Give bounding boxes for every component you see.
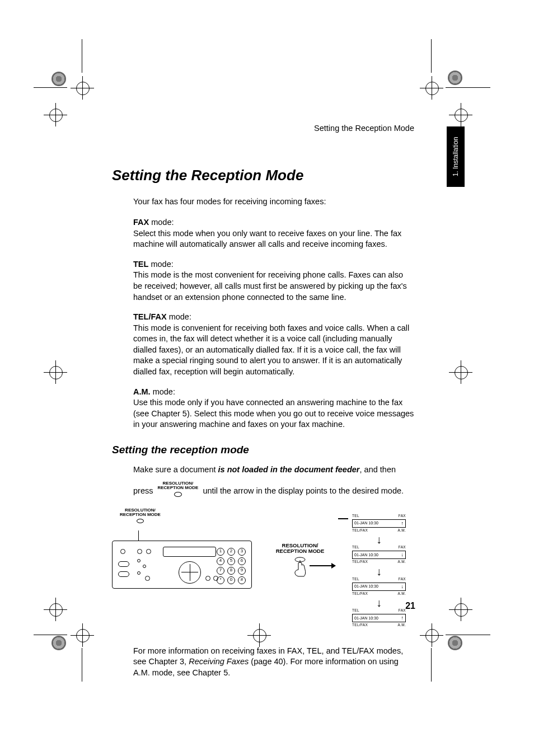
step-text-emphasis: is not loaded in the document feeder <box>218 465 360 474</box>
mode-body: This mode is the most convenient for rec… <box>133 270 407 301</box>
keypad-key: 1 <box>217 548 224 556</box>
press-word: press <box>133 486 153 497</box>
resolution-reception-button-label: RESOLUTION/ RECEPTION MODE <box>157 481 198 497</box>
state-top-labels: TELFAX <box>352 577 406 582</box>
fax-control-panel: 123456789*0# <box>112 541 252 589</box>
oval-button-icon <box>174 492 182 497</box>
panel-callout-line2: RECEPTION MODE <box>120 512 161 517</box>
crop-mark <box>47 364 64 381</box>
page-number: 21 <box>405 600 415 612</box>
display-state: TELFAX01-JAN 10:30↓TEL/FAXA.M. <box>352 545 406 565</box>
crop-rule <box>431 648 432 682</box>
crop-mark-solid <box>448 71 462 85</box>
crop-rule <box>34 87 67 88</box>
down-arrow-icon: ↓ <box>376 567 382 576</box>
press-instruction: press RESOLUTION/ RECEPTION MODE until t… <box>133 481 414 497</box>
lcd-timestamp: 01-JAN 10:30 <box>354 616 378 621</box>
crop-mark-solid <box>51 72 66 86</box>
chapter-tab: 1. Installation <box>447 126 465 187</box>
lcd-state-box: 01-JAN 10:30↓ <box>352 583 406 591</box>
intro-text: Your fax has four modes for receiving in… <box>133 196 414 208</box>
display-state: TELFAX01-JAN 10:30↑TEL/FAXA.M. <box>352 514 406 533</box>
footer-paragraph: For more information on receiving faxes … <box>133 646 414 679</box>
indicator-dot <box>120 549 125 554</box>
mode-description: FAX mode:Select this mode when you only … <box>133 217 414 250</box>
indicator-dot <box>137 559 140 562</box>
mode-label-suffix: mode: <box>149 218 174 227</box>
numeric-keypad: 123456789*0# <box>217 548 246 584</box>
mode-label: FAX <box>133 218 149 227</box>
page-content: Setting the Reception Mode Setting the R… <box>112 123 414 679</box>
mode-body: Select this mode when you only want to r… <box>133 229 401 249</box>
panel-button <box>205 576 210 581</box>
crop-mark <box>452 601 469 618</box>
step-text-suffix: , and then <box>360 465 396 474</box>
display-state-flow: TELFAX01-JAN 10:30↑TEL/FAXA.M.↓TELFAX01-… <box>348 510 410 629</box>
keypad-key: 7 <box>217 567 224 575</box>
figure-row: RESOLUTION/ RECEPTION MODE <box>112 510 414 629</box>
keypad-key: 2 <box>227 548 235 556</box>
mode-label-suffix: mode: <box>167 312 191 321</box>
down-arrow-icon: ↓ <box>376 598 382 607</box>
lcd-state-box: 01-JAN 10:30↓ <box>352 551 406 559</box>
mode-label: A.M. <box>133 387 151 396</box>
press-button-figure: RESOLUTION/ RECEPTION MODE <box>264 510 336 579</box>
mode-label: TEL <box>133 260 148 269</box>
oval-button-icon <box>137 519 144 523</box>
section-subtitle: Setting the reception mode <box>112 443 414 457</box>
flow-arrow-icon <box>310 565 335 566</box>
crop-mark <box>47 106 64 123</box>
crop-mark <box>452 106 469 123</box>
keypad-key: * <box>217 576 224 584</box>
state-top-labels: TELFAX <box>352 545 406 550</box>
lcd-arrow-icon: ↓ <box>401 584 404 589</box>
down-arrow-icon: ↓ <box>376 535 382 544</box>
keypad-key: 9 <box>238 567 246 575</box>
hand-press-icon <box>292 556 308 577</box>
state-bottom-labels: TEL/FAXA.M. <box>352 528 406 533</box>
mode-label-suffix: mode: <box>151 387 175 396</box>
mode-description: TEL mode:This mode is the most convenien… <box>133 259 414 303</box>
state-bottom-labels: TEL/FAXA.M. <box>352 560 406 565</box>
button-label-line2: RECEPTION MODE <box>157 486 198 490</box>
crop-rule <box>446 87 490 88</box>
page-title: Setting the Reception Mode <box>112 166 414 185</box>
state-top-labels: TELFAX <box>352 608 406 613</box>
state-top-labels: TELFAX <box>352 514 406 519</box>
keypad-key: 6 <box>238 557 246 565</box>
step-text-prefix: Make sure a document <box>133 465 218 474</box>
crop-rule <box>446 635 490 635</box>
display-state: TELFAX01-JAN 10:30↑TEL/FAXA.M. <box>352 608 406 628</box>
lcd-state-box: 01-JAN 10:30↑ <box>352 614 406 622</box>
lcd-timestamp: 01-JAN 10:30 <box>354 520 378 525</box>
crop-mark-solid <box>51 636 66 650</box>
footer-text-italic: Receiving Faxes <box>189 657 249 666</box>
lcd-state-box: 01-JAN 10:30↑ <box>352 519 406 528</box>
flow-connector <box>338 518 348 519</box>
mid-figure-label: RESOLUTION/ RECEPTION MODE <box>276 543 325 554</box>
crop-mark <box>47 601 64 618</box>
lcd-timestamp: 01-JAN 10:30 <box>354 552 378 557</box>
crop-mark <box>423 79 440 96</box>
mode-label: TEL/FAX <box>133 312 167 321</box>
keypad-key: 3 <box>238 548 246 556</box>
keypad-key: 4 <box>217 557 224 565</box>
state-bottom-labels: TEL/FAXA.M. <box>352 623 406 628</box>
mode-body: Use this mode only if you have connected… <box>133 398 414 429</box>
panel-button <box>118 571 129 577</box>
chapter-tab-label: 1. Installation <box>451 137 460 177</box>
mode-body: This mode is convenient for receiving bo… <box>133 323 409 376</box>
lcd-arrow-icon: ↑ <box>401 521 404 526</box>
indicator-dot <box>143 565 146 568</box>
crop-rule <box>82 648 82 682</box>
panel-button <box>118 561 129 567</box>
keypad-key: 5 <box>227 557 235 565</box>
crop-mark <box>74 79 91 96</box>
crop-rule <box>431 39 432 73</box>
lcd-arrow-icon: ↑ <box>401 616 404 621</box>
crop-rule <box>34 635 67 635</box>
mid-label-line2: RECEPTION MODE <box>276 548 325 554</box>
navigation-dial <box>179 561 201 584</box>
mode-label-suffix: mode: <box>148 260 173 269</box>
crop-rule <box>82 39 82 73</box>
